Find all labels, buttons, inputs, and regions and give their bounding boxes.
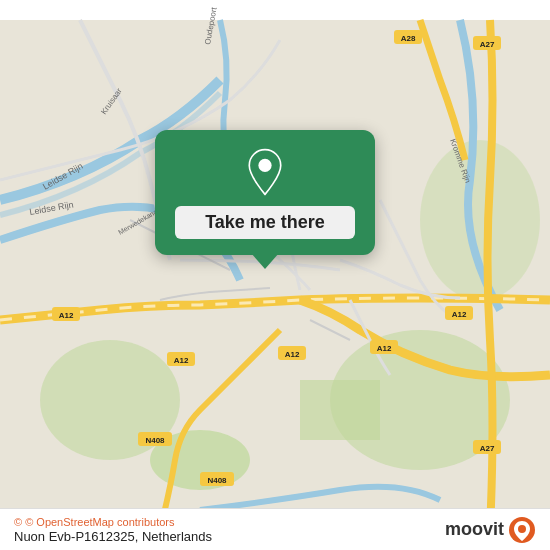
- svg-point-35: [518, 525, 526, 533]
- svg-text:A27: A27: [480, 444, 495, 453]
- take-me-there-button[interactable]: Take me there: [175, 206, 355, 239]
- svg-text:A12: A12: [285, 350, 300, 359]
- svg-point-33: [258, 159, 271, 172]
- location-name: Nuon Evb-P1612325, Netherlands: [14, 529, 212, 544]
- svg-text:A12: A12: [174, 356, 189, 365]
- svg-text:A12: A12: [452, 310, 467, 319]
- attribution-text: © OpenStreetMap contributors: [25, 516, 174, 528]
- svg-text:N408: N408: [207, 476, 227, 485]
- map-background: A12 A12 A12 A12 A12 A27 A27 A28 N408 N40…: [0, 0, 550, 550]
- bottom-bar: © © OpenStreetMap contributors Nuon Evb-…: [0, 508, 550, 550]
- svg-text:A28: A28: [401, 34, 416, 43]
- map-container: A12 A12 A12 A12 A12 A27 A27 A28 N408 N40…: [0, 0, 550, 550]
- moovit-text: moovit: [445, 519, 504, 540]
- svg-text:A12: A12: [377, 344, 392, 353]
- attribution: © © OpenStreetMap contributors: [14, 516, 212, 528]
- copyright-symbol: ©: [14, 516, 22, 528]
- svg-rect-4: [300, 380, 380, 440]
- moovit-logo: moovit: [445, 516, 536, 544]
- svg-text:N408: N408: [145, 436, 165, 445]
- svg-text:A12: A12: [59, 311, 74, 320]
- location-pin-icon: [241, 148, 289, 196]
- popup-card[interactable]: Take me there: [155, 130, 375, 255]
- svg-text:A27: A27: [480, 40, 495, 49]
- moovit-icon: [508, 516, 536, 544]
